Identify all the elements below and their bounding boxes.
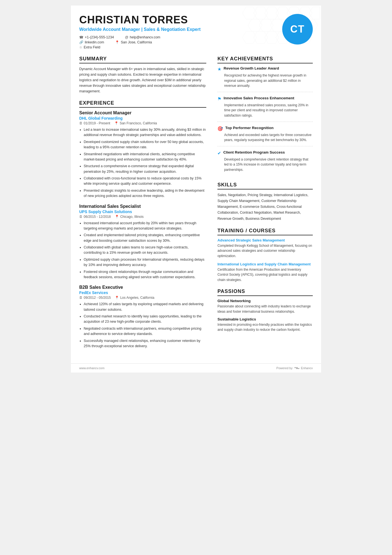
pin-icon-2: 📍	[115, 215, 119, 219]
summary-section: SUMMARY Dynamic Account Manager with 6+ …	[79, 56, 206, 94]
job-2-bullet-1: Increased international account portfoli…	[84, 221, 206, 231]
job-2-location: 📍 Chicago, Illinois	[115, 215, 143, 219]
job-1-company: DHL Global Forwarding	[79, 116, 206, 120]
passions-title: PASSIONS	[217, 288, 313, 296]
job-3-bullet-2: Conducted market research to identify ke…	[84, 314, 206, 325]
skills-section: SKILLS Sales, Negotiation, Pricing Strat…	[217, 182, 313, 222]
passion-2: Sustainable Logistics Interested in prom…	[217, 317, 313, 332]
powered-by-text: Powered by	[276, 366, 292, 370]
achievement-2-text: Implemented a streamlined sales process,…	[217, 103, 313, 118]
job-2-bullet-3: Collaborated with global sales teams to …	[84, 245, 206, 256]
experience-title: EXPERIENCE	[79, 100, 206, 108]
flag-achievement-icon: ⚑	[217, 96, 221, 102]
right-column: KEY ACHIEVEMENTS ★ Revenue Growth Leader…	[215, 56, 313, 355]
job-1-title: Senior Account Manager	[79, 110, 206, 115]
job-1-location: 📍 San Francisco, California	[114, 121, 157, 125]
training-2-title: International Logistics and Supply Chain…	[217, 262, 313, 266]
location-icon: 📍	[115, 40, 119, 44]
email-address: help@enhancv.com	[130, 35, 160, 39]
contact-row-1: ☎ +1-(234)-555-1234 @ help@enhancv.com	[79, 35, 224, 39]
job-1-bullet-5: Collaborated with cross-functional teams…	[84, 176, 206, 187]
job-3-location: 📍 Los Angeles, California	[115, 296, 154, 300]
job-1-bullet-6: Presented strategic insights to executiv…	[84, 188, 206, 199]
training-2-text: Certification from the American Producti…	[217, 267, 313, 283]
location-text: San Jose, California	[121, 40, 152, 44]
header: CHRISTIAN TORRES Worldwide Account Manag…	[71, 6, 321, 56]
footer: www.enhancv.com Powered by Enhancv	[71, 363, 321, 373]
contact-row-2: 🔗 linkedin.com 📍 San Jose, California	[79, 40, 224, 44]
achievement-1-header: ★ Revenue Growth Leader Award	[217, 66, 313, 72]
passion-1: Global Networking Passionate about conne…	[217, 299, 313, 314]
job-1-bullet-3: Streamlined negotiations with internatio…	[84, 152, 206, 162]
phone-contact: ☎ +1-(234)-555-1234	[79, 35, 114, 39]
linkedin-url: linkedin.com	[85, 40, 104, 44]
achievement-4-title: Client Retention Program Success	[223, 150, 285, 154]
calendar-icon-3: 🗓	[79, 296, 83, 300]
skills-text: Sales, Negotiation, Pricing Strategy, In…	[217, 192, 313, 222]
email-contact: @ help@enhancv.com	[125, 35, 160, 39]
brand-name: Enhancv	[301, 366, 313, 370]
achievement-4: ✔ Client Retention Program Success Devel…	[217, 150, 313, 176]
achievement-3-text: Achieved and exceeded sales targets for …	[217, 132, 313, 143]
job-1-date: 🗓 01/2019 - Present	[79, 121, 110, 125]
check-achievement-icon: ✔	[217, 151, 221, 156]
achievement-2-header: ⚑ Innovative Sales Process Enhancement	[217, 96, 313, 102]
job-2-date: 🗓 06/2015 - 12/2018	[79, 215, 111, 219]
main-content: SUMMARY Dynamic Account Manager with 6+ …	[71, 56, 321, 363]
achievement-1-text: Recognized for achieving the highest rev…	[217, 73, 313, 88]
job-2-meta: 🗓 06/2015 - 12/2018 📍 Chicago, Illinois	[79, 215, 206, 219]
email-icon: @	[125, 35, 128, 39]
training-1-title: Advanced Strategic Sales Management	[217, 238, 313, 242]
achievement-4-header: ✔ Client Retention Program Success	[217, 150, 313, 156]
training-section: TRAINING / COURSES Advanced Strategic Sa…	[217, 228, 313, 283]
footer-brand: Powered by Enhancv	[276, 366, 313, 370]
job-2: International Sales Specialist UPS Suppl…	[79, 204, 206, 280]
job-1-bullet-4: Structured a comprehensive e-commerce st…	[84, 164, 206, 174]
training-1-text: Completed through Kellogg School of Mana…	[217, 243, 313, 259]
job-1-bullet-1: Led a team to increase international sal…	[84, 127, 206, 138]
achievement-2: ⚑ Innovative Sales Process Enhancement I…	[217, 96, 313, 122]
footer-website: www.enhancv.com	[79, 366, 105, 370]
star-achievement-icon: ★	[217, 66, 221, 72]
achievement-3-header: 🎯 Top Performer Recognition	[217, 126, 313, 131]
job-1-bullet-2: Developed customized supply chain soluti…	[84, 139, 206, 150]
link-icon: 🔗	[79, 40, 83, 44]
passions-section: PASSIONS Global Networking Passionate ab…	[217, 288, 313, 332]
achievements-title: KEY ACHIEVEMENTS	[217, 56, 313, 63]
passion-2-title: Sustainable Logistics	[217, 317, 313, 321]
pin-icon-3: 📍	[115, 296, 119, 300]
training-title: TRAINING / COURSES	[217, 228, 313, 235]
header-right: CT	[225, 14, 313, 45]
job-2-bullet-2: Created and implemented tailored pricing…	[84, 233, 206, 243]
job-1-bullets: Led a team to increase international sal…	[79, 127, 206, 199]
job-3-bullet-3: Negotiated contracts with international …	[84, 326, 206, 337]
skills-title: SKILLS	[217, 182, 313, 189]
job-1-meta: 🗓 01/2019 - Present 📍 San Francisco, Cal…	[79, 121, 206, 125]
job-2-company: UPS Supply Chain Solutions	[79, 209, 206, 214]
job-3-bullet-4: Successfully managed client relationship…	[84, 338, 206, 349]
calendar-icon-1: 🗓	[79, 121, 83, 125]
achievement-1-title: Revenue Growth Leader Award	[224, 66, 279, 70]
extra-contact: ☆ Extra Field	[79, 45, 100, 49]
achievement-3-title: Top Performer Recognition	[225, 126, 274, 130]
job-3: B2B Sales Executive FedEx Services 🗓 09/…	[79, 285, 206, 349]
extra-field: Extra Field	[84, 45, 100, 49]
experience-section: EXPERIENCE Senior Account Manager DHL Gl…	[79, 100, 206, 349]
contact-row-3: ☆ Extra Field	[79, 45, 224, 49]
resume-page: CHRISTIAN TORRES Worldwide Account Manag…	[71, 6, 321, 373]
achievements-section: KEY ACHIEVEMENTS ★ Revenue Growth Leader…	[217, 56, 313, 176]
job-2-bullet-4: Optimized supply chain processes for int…	[84, 257, 206, 268]
achievement-4-text: Developed a comprehensive client retenti…	[217, 157, 313, 172]
pin-icon-1: 📍	[114, 121, 118, 125]
job-3-bullet-1: Achieved 120% of sales targets by explor…	[84, 302, 206, 312]
candidate-title: Worldwide Account Manager | Sales & Nego…	[79, 27, 224, 32]
header-left: CHRISTIAN TORRES Worldwide Account Manag…	[79, 14, 224, 50]
phone-icon: ☎	[79, 35, 83, 39]
job-2-bullet-5: Fostered strong client relationships thr…	[84, 269, 206, 280]
trophy-achievement-icon: 🎯	[217, 126, 223, 131]
candidate-name: CHRISTIAN TORRES	[79, 14, 224, 26]
calendar-icon-2: 🗓	[79, 215, 83, 219]
job-3-company: FedEx Services	[79, 290, 206, 295]
job-2-bullets: Increased international account portfoli…	[79, 221, 206, 280]
left-column: SUMMARY Dynamic Account Manager with 6+ …	[79, 56, 215, 355]
